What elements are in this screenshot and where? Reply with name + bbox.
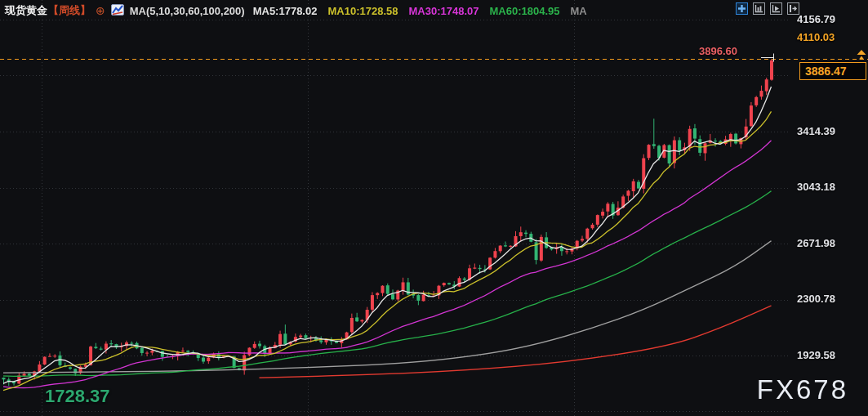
price-up-arrow-icon [857, 49, 866, 64]
y-axis-label: 4110.03 [797, 31, 835, 43]
ma-legend-item: MA [570, 5, 586, 17]
ma-legend-item: MA5:1778.02 [253, 5, 318, 17]
shift-right-icon[interactable] [787, 2, 799, 15]
ma-values: MA5:1778.02MA10:1728.58MA30:1748.07MA60:… [253, 5, 587, 17]
pan-tool-icon[interactable] [736, 2, 748, 15]
highest-price-label: 3896.60 [699, 45, 737, 57]
fx678-watermark: FX678 [757, 374, 848, 405]
chart-legend: 现货黄金 【周线】 ⊕ MA(5,10,30,60,100,200) MA5:1… [5, 3, 587, 18]
add-indicator-icon[interactable]: ⊕ [96, 4, 105, 17]
y-axis-label: 2300.78 [797, 293, 835, 305]
ma-legend-item: MA10:1728.58 [327, 5, 398, 17]
current-price-box: 3886.47 [799, 62, 866, 80]
y-axis-label: 2671.98 [797, 237, 835, 249]
ma-legend-item: MA60:1804.95 [489, 5, 559, 17]
chart-toolbar [736, 2, 799, 15]
y-axis-label: 3414.39 [797, 125, 835, 137]
price-chart-canvas[interactable] [0, 0, 868, 416]
symbol-title: 现货黄金 [5, 3, 47, 18]
chart-type-icon[interactable] [111, 4, 124, 18]
lowest-price-label: 1728.37 [45, 386, 110, 407]
ma-summary-label: MA(5,10,30,60,100,200) [130, 5, 245, 17]
y-axis-label: 3043.18 [797, 181, 835, 193]
ma-legend-item: MA30:1748.07 [408, 5, 479, 17]
y-axis-label: 1929.58 [797, 349, 835, 361]
zoom-axis-left-icon[interactable] [753, 2, 765, 15]
y-axis-label: 4156.79 [797, 13, 835, 25]
timeframe-label: 【周线】 [48, 3, 91, 18]
go-to-latest-icon[interactable] [770, 2, 782, 15]
